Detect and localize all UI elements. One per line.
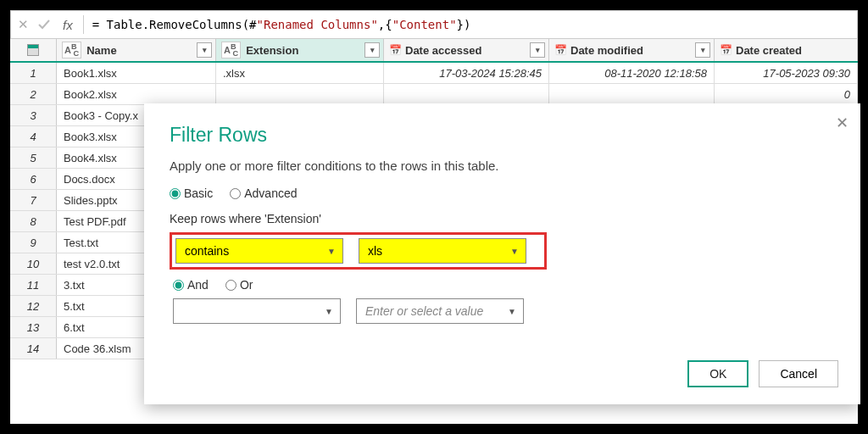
- column-header-date-accessed[interactable]: 📅 Date accessed ▾: [384, 39, 549, 61]
- text-type-icon: ABC: [62, 42, 81, 58]
- cell-name[interactable]: Book1.xlsx: [57, 63, 216, 83]
- radio-and[interactable]: And: [173, 278, 209, 292]
- table-icon: [27, 44, 39, 56]
- row-number: 3: [10, 105, 57, 125]
- cell-modified[interactable]: 08-11-2020 12:18:58: [549, 63, 715, 83]
- column-label: Date created: [736, 44, 802, 57]
- power-query-editor: ✕ fx = Table.RemoveColumns(#"Renamed Col…: [10, 10, 858, 424]
- table-row[interactable]: 2Book2.xlsx0: [10, 84, 858, 105]
- operator-select[interactable]: contains▼: [175, 238, 343, 264]
- formula-input[interactable]: = Table.RemoveColumns(#"Renamed Columns"…: [84, 14, 857, 35]
- cancel-button[interactable]: Cancel: [759, 360, 838, 387]
- column-header-name[interactable]: ABC Name ▾: [57, 39, 216, 61]
- table-row[interactable]: 1Book1.xlsx.xlsx17-03-2024 15:28:4508-11…: [10, 63, 858, 84]
- row-number: 9: [10, 232, 57, 253]
- column-label: Extension: [246, 44, 298, 57]
- cancel-formula-icon[interactable]: ✕: [18, 17, 29, 32]
- filter-condition-1: contains▼ xls▼: [170, 232, 547, 270]
- operator-select-2[interactable]: ▼: [173, 298, 341, 324]
- formula-bar: ✕ fx = Table.RemoveColumns(#"Renamed Col…: [10, 10, 858, 39]
- filter-dropdown-icon[interactable]: ▾: [364, 42, 380, 58]
- radio-advanced[interactable]: Advanced: [230, 186, 297, 200]
- row-number: 1: [10, 63, 57, 83]
- row-number: 12: [10, 296, 57, 316]
- filter-condition-2: ▼ Enter or select a value▼: [173, 298, 835, 324]
- row-number: 10: [10, 253, 57, 274]
- column-label: Date accessed: [405, 44, 481, 57]
- cell-extension[interactable]: .xlsx: [216, 63, 384, 83]
- datetime-type-icon: 📅: [720, 44, 732, 56]
- datetime-type-icon: 📅: [389, 44, 402, 56]
- accept-formula-icon[interactable]: [37, 18, 51, 31]
- cell-created[interactable]: 0: [715, 84, 858, 104]
- ok-button[interactable]: OK: [687, 360, 748, 387]
- column-label: Name: [86, 44, 116, 57]
- cell-created[interactable]: 17-05-2023 09:30: [715, 63, 858, 83]
- cell-name[interactable]: Book2.xlsx: [57, 84, 216, 104]
- column-label: Date modified: [570, 44, 643, 57]
- row-number: 8: [10, 211, 57, 231]
- row-number: 7: [10, 190, 57, 210]
- filter-dropdown-icon[interactable]: ▾: [530, 42, 545, 58]
- filter-dropdown-icon[interactable]: ▾: [197, 42, 212, 58]
- row-number: 4: [10, 126, 57, 147]
- dialog-title: Filter Rows: [170, 124, 835, 147]
- filter-rows-dialog: ✕ Filter Rows Apply one or more filter c…: [144, 103, 860, 404]
- row-number: 6: [10, 169, 57, 189]
- text-type-icon: ABC: [221, 42, 241, 58]
- value-input[interactable]: xls▼: [359, 238, 526, 264]
- row-number: 14: [10, 338, 57, 359]
- row-number: 11: [10, 275, 57, 295]
- select-all-corner[interactable]: [10, 39, 57, 61]
- radio-or[interactable]: Or: [225, 278, 253, 292]
- datetime-type-icon: 📅: [554, 44, 567, 56]
- chevron-down-icon: ▼: [325, 307, 333, 316]
- value-input-2[interactable]: Enter or select a value▼: [356, 298, 524, 324]
- close-icon[interactable]: ✕: [836, 114, 849, 132]
- column-header-extension[interactable]: ABC Extension ▾: [216, 39, 384, 61]
- dialog-subtitle: Apply one or more filter conditions to t…: [170, 159, 835, 173]
- row-number: 13: [10, 317, 57, 337]
- column-header-date-modified[interactable]: 📅 Date modified ▾: [549, 39, 715, 61]
- chevron-down-icon: ▼: [508, 307, 516, 316]
- chevron-down-icon: ▼: [510, 247, 519, 256]
- keep-rows-label: Keep rows where 'Extension': [170, 212, 835, 225]
- row-number: 5: [10, 147, 57, 168]
- cell-extension[interactable]: [216, 84, 384, 104]
- fx-icon[interactable]: fx: [59, 18, 76, 32]
- cell-accessed[interactable]: [384, 84, 549, 104]
- filter-dropdown-icon[interactable]: ▾: [695, 42, 710, 58]
- cell-accessed[interactable]: 17-03-2024 15:28:45: [384, 63, 549, 83]
- cell-modified[interactable]: [549, 84, 715, 104]
- column-headers: ABC Name ▾ ABC Extension ▾ 📅 Date access…: [10, 39, 858, 63]
- column-header-date-created[interactable]: 📅 Date created: [715, 39, 858, 61]
- row-number: 2: [10, 84, 57, 104]
- radio-basic[interactable]: Basic: [170, 186, 213, 200]
- chevron-down-icon: ▼: [327, 247, 336, 256]
